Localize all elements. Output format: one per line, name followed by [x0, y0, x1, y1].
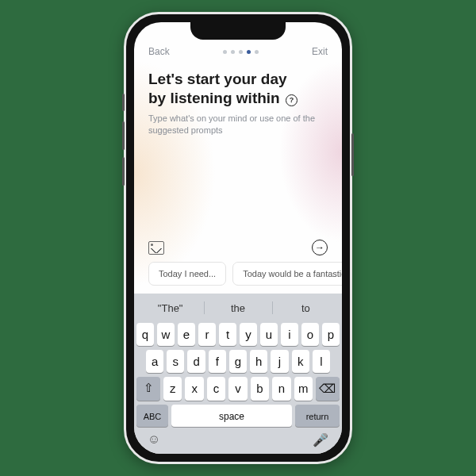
volume-up: [122, 121, 125, 150]
keyboard-bottom-bar: ☺ 🎤: [136, 431, 340, 447]
key-x[interactable]: x: [185, 377, 203, 401]
keyboard-suggestions: "The" the to: [136, 297, 340, 319]
key-z[interactable]: z: [163, 377, 182, 401]
back-button[interactable]: Back: [148, 46, 170, 57]
suggestion[interactable]: "The": [136, 297, 204, 319]
shift-icon: ⇧: [144, 381, 154, 395]
keyboard: "The" the to q w e r t y u i o p a s d f: [134, 294, 342, 454]
keyboard-row-2: a s d f g h j k l: [136, 350, 340, 373]
key-o[interactable]: o: [301, 323, 319, 346]
abc-key[interactable]: ABC: [136, 405, 168, 427]
page-title: Let's start your day by listening within…: [148, 70, 328, 108]
text-input-area[interactable]: [134, 136, 342, 240]
keyboard-row-3: ⇧ z x c v b n m ⌫: [136, 377, 340, 401]
step-dot: [239, 50, 243, 54]
key-t[interactable]: t: [219, 323, 236, 346]
emoji-icon[interactable]: ☺: [148, 432, 160, 447]
suggestion[interactable]: to: [272, 297, 340, 319]
power-button: [351, 133, 354, 176]
key-n[interactable]: n: [272, 377, 290, 401]
step-indicator: [223, 50, 259, 54]
key-j[interactable]: j: [271, 350, 288, 373]
key-l[interactable]: l: [313, 350, 330, 373]
image-icon[interactable]: [148, 241, 164, 255]
key-f[interactable]: f: [209, 350, 226, 373]
keyboard-row-4: ABC space return: [136, 405, 340, 427]
step-dot-active: [247, 50, 251, 54]
key-k[interactable]: k: [292, 350, 309, 373]
arrow-right-icon: →: [315, 242, 324, 253]
notch: [190, 22, 286, 40]
key-e[interactable]: e: [178, 323, 195, 346]
prompt-chips: Today I need... Today would be a fantast…: [134, 262, 342, 294]
backspace-key[interactable]: ⌫: [316, 377, 340, 401]
key-v[interactable]: v: [228, 377, 247, 401]
phone-frame: Back Exit Let's start your day by listen…: [124, 12, 352, 464]
shift-key[interactable]: ⇧: [136, 377, 160, 401]
key-h[interactable]: h: [250, 350, 267, 373]
step-dot: [255, 50, 259, 54]
submit-button[interactable]: →: [312, 240, 328, 255]
action-row: →: [134, 240, 342, 262]
key-y[interactable]: y: [240, 323, 257, 346]
subtitle: Type what's on your mind or use one of t…: [148, 113, 315, 137]
key-c[interactable]: c: [207, 377, 225, 401]
title-line-2: by listening within: [148, 90, 280, 106]
key-i[interactable]: i: [281, 323, 298, 346]
exit-button[interactable]: Exit: [312, 46, 328, 57]
mic-icon[interactable]: 🎤: [313, 432, 328, 447]
suggestion[interactable]: the: [204, 297, 271, 319]
step-dot: [223, 50, 227, 54]
content: Let's start your day by listening within…: [134, 62, 342, 136]
key-a[interactable]: a: [146, 350, 163, 373]
step-dot: [231, 50, 235, 54]
screen: Back Exit Let's start your day by listen…: [134, 22, 342, 454]
key-r[interactable]: r: [198, 323, 216, 346]
mute-switch: [122, 94, 125, 111]
title-line-1: Let's start your day: [148, 71, 287, 87]
key-u[interactable]: u: [260, 323, 278, 346]
prompt-chip[interactable]: Today would be a fantastic: [232, 262, 342, 286]
key-s[interactable]: s: [167, 350, 184, 373]
key-d[interactable]: d: [187, 350, 205, 373]
key-m[interactable]: m: [294, 377, 313, 401]
key-b[interactable]: b: [251, 377, 269, 401]
key-g[interactable]: g: [229, 350, 247, 373]
key-w[interactable]: w: [157, 323, 175, 346]
volume-down: [122, 157, 125, 186]
prompt-chip[interactable]: Today I need...: [148, 262, 226, 286]
key-p[interactable]: p: [322, 323, 340, 346]
keyboard-row-1: q w e r t y u i o p: [136, 323, 340, 346]
help-icon[interactable]: ?: [286, 94, 298, 106]
space-key[interactable]: space: [171, 405, 292, 427]
key-q[interactable]: q: [136, 323, 154, 346]
return-key[interactable]: return: [295, 405, 340, 427]
